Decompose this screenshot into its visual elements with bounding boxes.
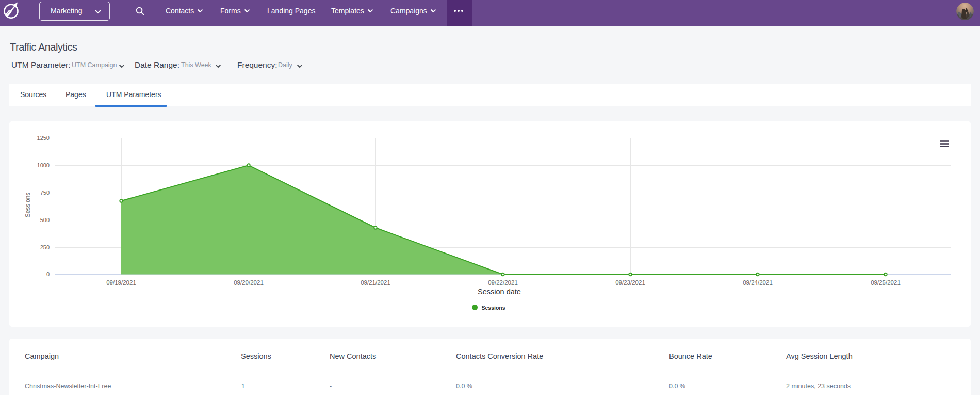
svg-text:Session date: Session date: [478, 288, 521, 296]
svg-text:500: 500: [40, 217, 50, 223]
svg-text:0: 0: [46, 271, 50, 277]
svg-text:Sessions: Sessions: [24, 193, 31, 218]
svg-text:250: 250: [40, 244, 50, 250]
svg-text:09/24/2021: 09/24/2021: [743, 279, 773, 286]
svg-text:09/22/2021: 09/22/2021: [488, 279, 518, 286]
svg-text:09/20/2021: 09/20/2021: [234, 279, 264, 286]
svg-text:09/21/2021: 09/21/2021: [361, 279, 390, 286]
svg-text:09/25/2021: 09/25/2021: [871, 279, 901, 286]
svg-text:1250: 1250: [37, 135, 50, 141]
svg-text:750: 750: [40, 189, 50, 196]
svg-text:1000: 1000: [37, 162, 50, 168]
svg-text:Sessions: Sessions: [482, 305, 505, 311]
svg-text:09/23/2021: 09/23/2021: [615, 279, 645, 286]
svg-text:09/19/2021: 09/19/2021: [106, 279, 136, 286]
